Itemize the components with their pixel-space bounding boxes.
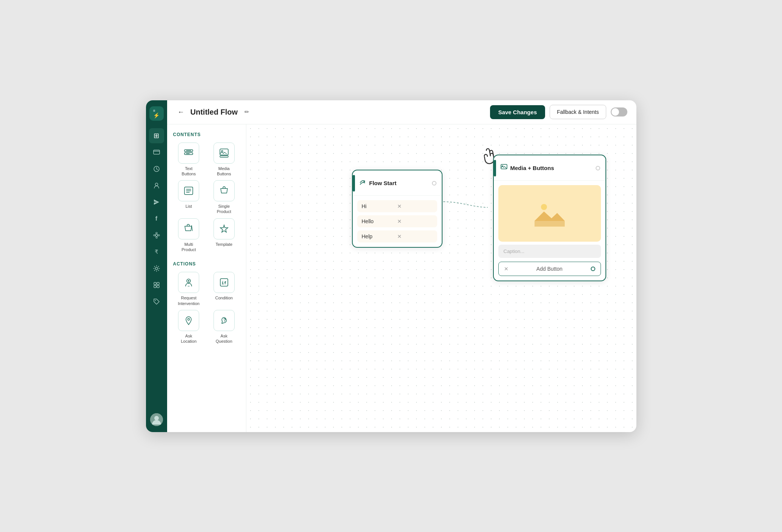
contents-items-grid: TextButtons MediaButtons Lis xyxy=(173,143,240,253)
panel-item-ask-location[interactable]: AskLocation xyxy=(173,310,205,344)
caption-placeholder: Caption... xyxy=(504,248,525,254)
add-button-label: Add Button xyxy=(512,266,588,272)
svg-point-19 xyxy=(221,150,223,152)
panel-item-media-buttons[interactable]: MediaButtons xyxy=(208,143,240,177)
media-buttons-node-icon xyxy=(501,164,507,172)
contents-panel: CONTENTS TextButtons MediaButt xyxy=(167,124,246,432)
keyword-row-hi: Hi ✕ xyxy=(357,200,437,212)
toggle-switch[interactable] xyxy=(611,107,627,117)
request-intervention-label: RequestIntervention xyxy=(178,295,200,306)
main-content: ← Untitled Flow ✏ Save Changes Fallback … xyxy=(167,100,636,432)
flow-start-node[interactable]: Flow Start Hi ✕ Hello ✕ Help xyxy=(352,170,442,248)
panel-item-single-product[interactable]: SingleProduct xyxy=(208,180,240,215)
panel-item-template[interactable]: Template xyxy=(208,218,240,253)
sidebar: ≡⚡ ⊞ f ₹ xyxy=(146,100,167,432)
condition-label: Condition xyxy=(215,295,233,300)
svg-point-2 xyxy=(155,183,158,186)
user-avatar[interactable] xyxy=(150,413,163,426)
panel-item-request-intervention[interactable]: RequestIntervention xyxy=(173,272,205,306)
edit-title-icon[interactable]: ✏ xyxy=(244,109,249,115)
media-buttons-label: MediaButtons xyxy=(217,166,231,177)
svg-rect-10 xyxy=(157,282,159,285)
list-label: List xyxy=(186,204,192,209)
top-bar: ← Untitled Flow ✏ Save Changes Fallback … xyxy=(167,100,636,124)
svg-text:?: ? xyxy=(223,317,226,323)
svg-text:if: if xyxy=(221,281,226,285)
app-logo: ≡⚡ xyxy=(149,106,164,121)
ask-location-label: AskLocation xyxy=(181,333,197,344)
canvas-area: CONTENTS TextButtons MediaButt xyxy=(167,124,636,432)
media-buttons-accent xyxy=(494,160,496,176)
sidebar-item-facebook[interactable]: f xyxy=(149,211,164,226)
media-buttons-node[interactable]: Media + Buttons Caption xyxy=(493,155,606,281)
panel-item-ask-question[interactable]: ? AskQuestion xyxy=(208,310,240,344)
keyword-help-close[interactable]: ✕ xyxy=(397,233,433,239)
sidebar-item-send[interactable] xyxy=(149,195,164,210)
svg-point-15 xyxy=(154,416,159,420)
keyword-hi-close[interactable]: ✕ xyxy=(397,203,433,209)
sidebar-item-contacts[interactable] xyxy=(149,178,164,193)
keyword-hello-close[interactable]: ✕ xyxy=(397,218,433,224)
flow-start-title: Flow Start xyxy=(369,180,429,186)
sidebar-item-tags[interactable] xyxy=(149,294,164,309)
actions-section-title: ACTIONS xyxy=(173,261,240,267)
svg-point-13 xyxy=(155,300,155,300)
request-intervention-icon xyxy=(178,272,199,293)
media-buttons-node-title: Media + Buttons xyxy=(510,165,593,171)
panel-item-text-buttons[interactable]: TextButtons xyxy=(173,143,205,177)
sidebar-item-dashboard[interactable]: ⊞ xyxy=(149,128,164,143)
svg-point-4 xyxy=(154,235,155,236)
flow-title: Untitled Flow xyxy=(191,108,238,117)
template-icon xyxy=(214,218,235,239)
svg-point-24 xyxy=(188,280,189,282)
ask-question-label: AskQuestion xyxy=(216,333,232,344)
svg-marker-22 xyxy=(220,225,228,232)
svg-rect-20 xyxy=(220,156,228,157)
condition-icon: if xyxy=(214,272,235,293)
caption-field[interactable]: Caption... xyxy=(498,245,601,258)
fallback-intents-button[interactable]: Fallback & Intents xyxy=(550,105,606,119)
panel-item-condition[interactable]: if Condition xyxy=(208,272,240,306)
single-product-icon xyxy=(214,180,235,201)
sidebar-item-grid[interactable] xyxy=(149,277,164,293)
back-button[interactable]: ← xyxy=(176,107,186,118)
media-buttons-icon xyxy=(214,143,235,164)
text-buttons-label: TextButtons xyxy=(182,166,196,177)
keyword-row-hello: Hello ✕ xyxy=(357,215,437,227)
sidebar-item-messages[interactable] xyxy=(149,145,164,160)
panel-item-list[interactable]: List xyxy=(173,180,205,215)
flow-canvas: Flow Start Hi ✕ Hello ✕ Help xyxy=(246,124,636,432)
single-product-label: SingleProduct xyxy=(217,204,231,215)
keyword-help: Help xyxy=(362,233,397,239)
add-button-row[interactable]: ✕ Add Button xyxy=(498,262,601,276)
svg-rect-12 xyxy=(157,285,159,288)
save-changes-button[interactable]: Save Changes xyxy=(490,105,545,119)
template-label: Template xyxy=(215,242,232,247)
svg-point-7 xyxy=(156,237,157,238)
ask-location-icon xyxy=(178,310,199,331)
multi-product-label: MultiProduct xyxy=(181,242,196,253)
panel-item-multi-product[interactable]: MultiProduct xyxy=(173,218,205,253)
media-buttons-connector-dot xyxy=(596,166,600,170)
sidebar-item-billing[interactable]: ₹ xyxy=(149,244,164,259)
svg-point-27 xyxy=(188,318,190,320)
add-button-connector-dot xyxy=(591,267,595,271)
flow-start-body: Hi ✕ Hello ✕ Help ✕ xyxy=(353,196,442,247)
media-preview xyxy=(498,185,601,242)
media-buttons-header: Media + Buttons xyxy=(494,155,605,181)
sidebar-item-history[interactable] xyxy=(149,161,164,176)
svg-rect-0 xyxy=(154,150,160,154)
svg-rect-9 xyxy=(154,282,156,285)
app-container: ≡⚡ ⊞ f ₹ xyxy=(146,100,636,432)
sidebar-item-integrations[interactable] xyxy=(149,228,164,243)
svg-rect-11 xyxy=(154,285,156,288)
text-buttons-icon xyxy=(178,143,199,164)
svg-point-6 xyxy=(156,232,157,234)
sidebar-item-settings[interactable] xyxy=(149,261,164,276)
add-button-x-icon: ✕ xyxy=(504,266,509,272)
multi-product-icon xyxy=(178,218,199,239)
ask-question-icon: ? xyxy=(214,310,235,331)
actions-items-grid: RequestIntervention if Condition xyxy=(173,272,240,344)
svg-rect-18 xyxy=(220,149,228,155)
list-icon xyxy=(178,180,199,201)
